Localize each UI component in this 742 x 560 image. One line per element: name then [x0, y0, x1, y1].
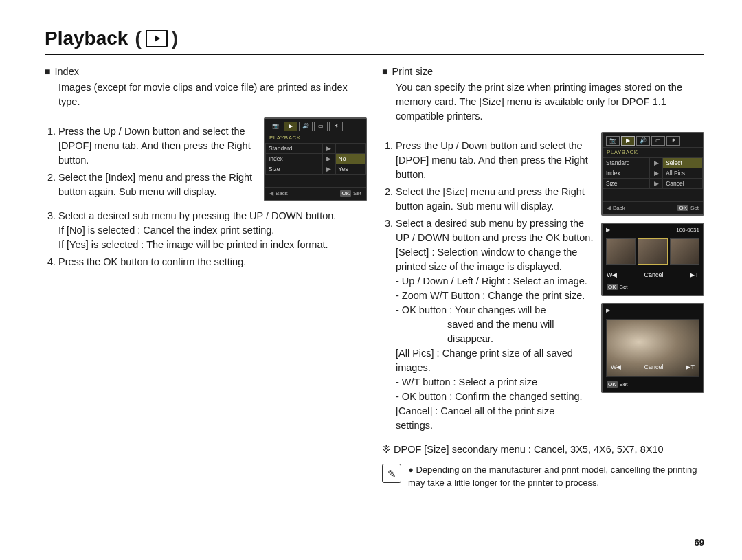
allpics-label: [All Pics] :	[396, 348, 440, 359]
left-heading: Index	[54, 65, 78, 79]
dpof-secondary-menu: ※ DPOF [Size] secondary menu : Cancel, 3…	[382, 443, 704, 457]
lcd-set-label: Set	[353, 190, 361, 197]
set-label: Set	[620, 284, 628, 290]
lcd-screenshot-allpics: ▶ W◀ Cancel ▶T OKSet	[601, 303, 704, 393]
footnote-text: Depending on the manufacturer and print …	[408, 464, 697, 487]
title-rule	[45, 54, 704, 55]
left-intro: Images (except for movie clips and voice…	[58, 80, 367, 109]
left-step-3: Select a desired sub menu by pressing th…	[58, 209, 367, 252]
left-step-2: Select the [Index] menu and press the Ri…	[58, 170, 257, 199]
opt-udlr: - Up / Down / Left / Right : Select an i…	[396, 276, 587, 287]
footnote-row: ✎ ● Depending on the manufacturer and pr…	[382, 464, 704, 489]
lcd-row: Index	[266, 153, 323, 164]
bullet-square-icon: ■	[45, 65, 50, 78]
manual-page: Playback ( ) ■ Index Images (except for …	[0, 0, 742, 560]
bullet-square-icon: ■	[382, 65, 387, 78]
left-column: ■ Index Images (except for movie clips a…	[45, 65, 367, 489]
right-intro: You can specify the print size when prin…	[396, 80, 704, 124]
set-label: Set	[620, 381, 628, 388]
title-icon-group: ( )	[135, 27, 178, 49]
tab-play-icon: ▶	[621, 136, 635, 146]
tab-sound-icon: 🔊	[636, 136, 650, 146]
right-step-2: Select the [Size] menu and press the Rig…	[396, 185, 594, 214]
photo-counter: 100-0031	[676, 226, 699, 234]
play-icon: ▶	[606, 226, 610, 234]
tab-gear-icon: ✶	[329, 122, 343, 131]
opt-zoom: - Zoom W/T Button : Change the print siz…	[396, 290, 585, 301]
tab-camera-icon: 📷	[269, 122, 282, 131]
opt-ok: - OK button : Your changes will be	[396, 304, 546, 315]
lcd-row: Size	[266, 164, 323, 175]
t-button-label: ▶T	[686, 363, 695, 372]
right-heading: Print size	[392, 65, 433, 79]
page-number: 69	[695, 537, 704, 548]
select-label: [Select] :	[396, 247, 434, 258]
cancel-label: Cancel	[644, 363, 663, 372]
cancel-label: Cancel	[644, 271, 663, 280]
left-step-3a: If [No] is selected : Cancel the index p…	[58, 225, 274, 236]
note-icon: ✎	[382, 464, 401, 483]
page-title: Playback	[45, 27, 128, 49]
lcd-back-label: Back	[276, 190, 288, 197]
play-icon	[146, 30, 168, 47]
tab-display-icon: ▭	[314, 122, 328, 131]
thumbnail	[606, 238, 636, 265]
tab-gear-icon: ✶	[666, 136, 680, 146]
allpics-wt: - W/T button : Select a print size	[396, 377, 537, 388]
cancel-label: [Cancel] :	[396, 405, 438, 416]
thumbnail	[670, 238, 699, 265]
tab-display-icon: ▭	[651, 136, 665, 146]
t-button-label: ▶T	[690, 271, 699, 280]
bullet-icon: ●	[408, 464, 414, 475]
right-step-3: Select a desired sub menu by pressing th…	[396, 216, 594, 433]
tab-sound-icon: 🔊	[299, 122, 313, 131]
thumbnail-selected	[638, 238, 667, 265]
lcd-section-label: PLAYBACK	[265, 133, 366, 143]
lcd-row: Standard	[266, 143, 323, 153]
allpics-ok: - OK button : Confirm the changed settin…	[396, 391, 583, 402]
tab-play-icon: ▶	[284, 122, 297, 131]
lcd-menu-table: Standard▶ Index▶No Size▶Yes	[265, 143, 366, 175]
lcd-screenshot-index: 📷 ▶ 🔊 ▭ ✶ PLAYBACK Standard▶ Index▶No Si…	[264, 117, 367, 201]
pencil-icon: ✎	[387, 467, 396, 482]
right-step-1: Press the Up / Down button and select th…	[396, 139, 594, 182]
left-step-3b: If [Yes] is selected : The image will be…	[58, 239, 328, 250]
opt-ok-cont: saved and the menu will disappear.	[447, 317, 594, 346]
lcd-screenshot-size: 📷 ▶ 🔊 ▭ ✶ PLAYBACK Standard▶Select Index…	[601, 132, 704, 216]
tab-camera-icon: 📷	[606, 136, 620, 146]
w-button-label: W◀	[607, 271, 618, 280]
w-button-label: W◀	[611, 363, 622, 372]
photo-preview: W◀ Cancel ▶T	[606, 319, 699, 377]
lcd-screenshot-select: ▶ 100-0031 W◀ Cancel ▶T	[601, 223, 704, 296]
right-column: ■ Print size You can specify the print s…	[382, 65, 704, 489]
page-title-row: Playback ( )	[45, 27, 704, 49]
left-step-1: Press the Up / Down button and select th…	[58, 124, 257, 168]
lcd-section-label: PLAYBACK	[603, 148, 703, 157]
left-step-4: Press the OK button to confirm the setti…	[58, 255, 367, 269]
lcd-menu-table: Standard▶Select Index▶All Pics Size▶Canc…	[603, 157, 703, 190]
play-icon: ▶	[606, 306, 610, 315]
